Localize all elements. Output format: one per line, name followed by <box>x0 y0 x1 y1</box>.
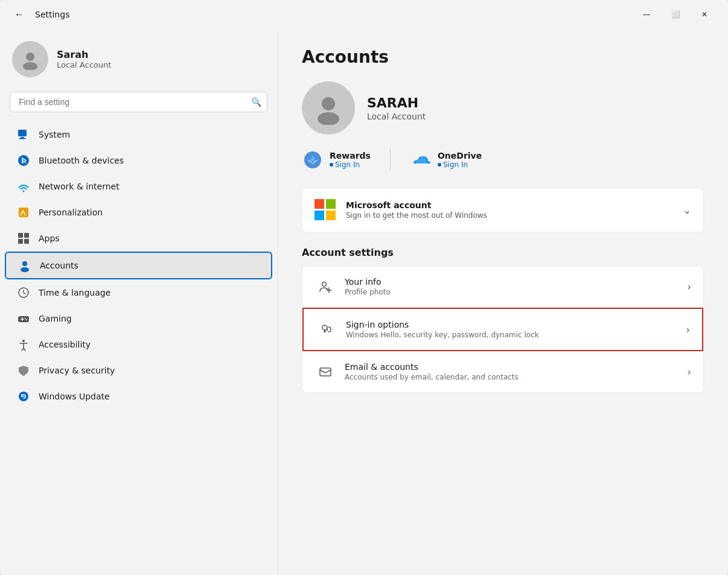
account-type: Local Account <box>367 112 426 121</box>
svg-point-23 <box>322 282 327 287</box>
sidebar-item-update[interactable]: Windows Update <box>5 384 272 409</box>
close-button[interactable]: ✕ <box>691 5 718 24</box>
minimize-button[interactable]: — <box>633 5 660 24</box>
sign-in-options-item[interactable]: Sign-in options Windows Hello, security … <box>302 308 703 351</box>
email-accounts-item[interactable]: Email & accounts Accounts used by email,… <box>302 351 703 392</box>
sidebar: Sarah Local Account 🔍 <box>0 29 278 575</box>
svg-point-18 <box>22 340 25 342</box>
email-accounts-chevron: › <box>688 366 691 378</box>
sidebar-label-time: Time & language <box>39 288 110 297</box>
ms-logo-red <box>315 199 324 209</box>
ms-account-chevron: ⌄ <box>683 205 691 216</box>
services-divider <box>390 149 391 171</box>
rewards-service[interactable]: Rewards Sign In <box>302 149 371 171</box>
time-icon <box>17 286 30 299</box>
page-title: Accounts <box>302 47 704 67</box>
sign-in-desc: Windows Hello, security key, password, d… <box>346 331 686 339</box>
gaming-icon <box>17 312 30 325</box>
accessibility-icon <box>17 338 30 351</box>
sidebar-label-bluetooth: Bluetooth & devices <box>39 156 124 165</box>
titlebar: ← Settings — ⬜ ✕ <box>0 0 728 29</box>
ms-account-title: Microsoft account <box>346 200 487 210</box>
onedrive-text: OneDrive Sign In <box>438 151 482 169</box>
sidebar-item-apps[interactable]: Apps <box>5 226 272 251</box>
email-accounts-desc: Accounts used by email, calendar, and co… <box>345 373 688 381</box>
privacy-icon <box>17 364 30 377</box>
svg-point-17 <box>26 319 27 320</box>
sidebar-item-accessibility[interactable]: Accessibility <box>5 332 272 357</box>
svg-rect-4 <box>19 138 26 139</box>
user-profile[interactable]: Sarah Local Account <box>0 34 277 89</box>
sidebar-item-network[interactable]: Network & internet <box>5 174 272 199</box>
user-name: Sarah <box>57 49 111 60</box>
personalization-icon <box>17 206 30 219</box>
your-info-desc: Profile photo <box>345 288 688 296</box>
maximize-button[interactable]: ⬜ <box>662 5 689 24</box>
email-accounts-text: Email & accounts Accounts used by email,… <box>345 362 688 381</box>
ms-logo-blue <box>315 211 324 220</box>
svg-rect-8 <box>18 233 23 238</box>
your-info-chevron: › <box>688 281 691 293</box>
sidebar-label-system: System <box>39 130 70 139</box>
svg-point-6 <box>23 191 25 192</box>
accounts-icon <box>18 259 31 272</box>
account-settings-card: Your info Profile photo › <box>302 265 704 393</box>
avatar <box>12 41 48 77</box>
content-area: Sarah Local Account 🔍 <box>0 29 728 575</box>
bluetooth-icon <box>17 154 30 167</box>
settings-window: ← Settings — ⬜ ✕ Sarah Local Accoun <box>0 0 728 575</box>
svg-rect-3 <box>21 137 24 138</box>
svg-rect-2 <box>18 130 27 136</box>
rewards-icon <box>302 149 324 171</box>
sidebar-nav: System Bluetooth & devices <box>0 122 277 409</box>
account-header: SARAH Local Account <box>302 81 704 135</box>
onedrive-name: OneDrive <box>438 151 482 160</box>
svg-point-5 <box>18 155 29 166</box>
onedrive-service[interactable]: OneDrive Sign In <box>410 149 482 171</box>
sidebar-item-accounts[interactable]: Accounts <box>5 252 272 279</box>
back-button[interactable]: ← <box>10 5 29 24</box>
account-avatar <box>302 81 355 135</box>
sidebar-label-apps: Apps <box>39 233 60 243</box>
svg-rect-11 <box>24 239 29 244</box>
ms-account-info: Microsoft account Sign in to get the mos… <box>346 200 487 220</box>
sidebar-item-time[interactable]: Time & language <box>5 280 272 305</box>
onedrive-icon <box>410 149 432 171</box>
svg-point-0 <box>26 52 34 61</box>
sidebar-label-network: Network & internet <box>39 182 120 191</box>
svg-point-12 <box>22 261 27 266</box>
your-info-text: Your info Profile photo <box>345 277 688 296</box>
onedrive-signin: Sign In <box>438 160 482 169</box>
sidebar-item-bluetooth[interactable]: Bluetooth & devices <box>5 148 272 173</box>
rewards-text: Rewards Sign In <box>330 151 371 169</box>
your-info-item[interactable]: Your info Profile photo › <box>302 266 703 308</box>
sidebar-label-privacy: Privacy & security <box>39 366 115 375</box>
window-title: Settings <box>35 10 69 19</box>
svg-point-1 <box>23 62 37 70</box>
sidebar-label-accounts: Accounts <box>40 261 78 270</box>
sidebar-item-system[interactable]: System <box>5 122 272 147</box>
microsoft-logo <box>315 199 336 221</box>
sidebar-item-personalization[interactable]: Personalization <box>5 200 272 225</box>
your-info-title: Your info <box>345 277 688 287</box>
svg-point-26 <box>322 325 327 330</box>
microsoft-account-card[interactable]: Microsoft account Sign in to get the mos… <box>302 188 704 232</box>
rewards-dot <box>330 163 333 167</box>
network-icon <box>17 180 30 193</box>
ms-account-left: Microsoft account Sign in to get the mos… <box>315 199 487 221</box>
your-info-icon <box>315 276 336 297</box>
sidebar-item-privacy[interactable]: Privacy & security <box>5 358 272 383</box>
sidebar-label-personalization: Personalization <box>39 208 103 217</box>
svg-point-16 <box>25 318 26 319</box>
svg-point-13 <box>21 267 29 272</box>
account-settings-title: Account settings <box>302 247 704 258</box>
rewards-name: Rewards <box>330 151 371 160</box>
rewards-signin: Sign In <box>330 160 371 169</box>
search-input[interactable] <box>10 92 267 112</box>
svg-rect-10 <box>18 239 23 244</box>
sign-in-icon <box>316 319 337 340</box>
ms-logo-green <box>326 199 336 209</box>
sign-in-title: Sign-in options <box>346 320 686 329</box>
sidebar-label-update: Windows Update <box>39 392 110 401</box>
sidebar-item-gaming[interactable]: Gaming <box>5 306 272 331</box>
